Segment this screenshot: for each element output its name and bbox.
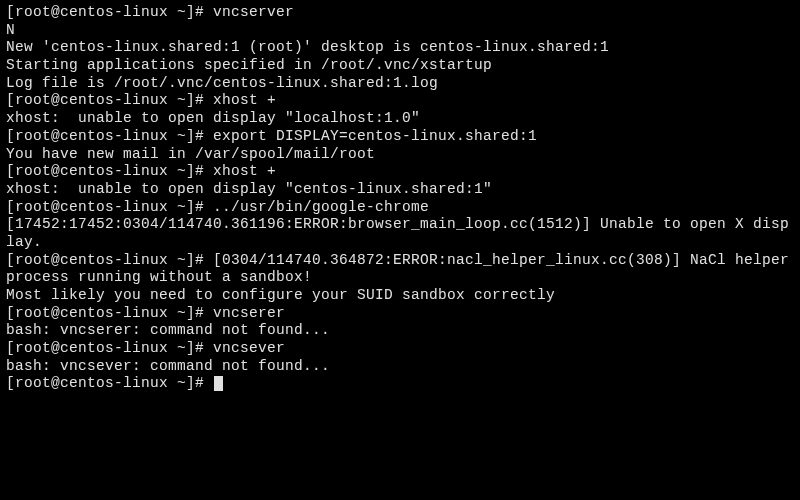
terminal-line: New 'centos-linux.shared:1 (root)' deskt… [6, 39, 794, 57]
terminal-line: [root@centos-linux ~]# vncserver [6, 4, 794, 22]
cursor-icon [214, 376, 223, 391]
terminal-line: [root@centos-linux ~]# export DISPLAY=ce… [6, 128, 794, 146]
terminal-line: xhost: unable to open display "centos-li… [6, 181, 794, 199]
terminal-line: [root@centos-linux ~]# xhost + [6, 163, 794, 181]
terminal-line: [root@centos-linux ~]# [0304/114740.3648… [6, 252, 794, 287]
terminal-line: xhost: unable to open display "localhost… [6, 110, 794, 128]
terminal-line: Most likely you need to configure your S… [6, 287, 794, 305]
terminal-line: [root@centos-linux ~]# ../usr/bin/google… [6, 199, 794, 217]
terminal-line: [17452:17452:0304/114740.361196:ERROR:br… [6, 216, 794, 251]
terminal-output[interactable]: [root@centos-linux ~]# vncserver N New '… [6, 4, 794, 393]
terminal-line: You have new mail in /var/spool/mail/roo… [6, 146, 794, 164]
terminal-prompt-line[interactable]: [root@centos-linux ~]# [6, 375, 794, 393]
terminal-line: N [6, 22, 794, 40]
terminal-line: Log file is /root/.vnc/centos-linux.shar… [6, 75, 794, 93]
terminal-line: [root@centos-linux ~]# xhost + [6, 92, 794, 110]
terminal-line: Starting applications specified in /root… [6, 57, 794, 75]
terminal-line: bash: vncserer: command not found... [6, 322, 794, 340]
terminal-line: [root@centos-linux ~]# vncsever [6, 340, 794, 358]
terminal-prompt: [root@centos-linux ~]# [6, 375, 213, 391]
terminal-line: bash: vncsever: command not found... [6, 358, 794, 376]
terminal-line: [root@centos-linux ~]# vncserer [6, 305, 794, 323]
